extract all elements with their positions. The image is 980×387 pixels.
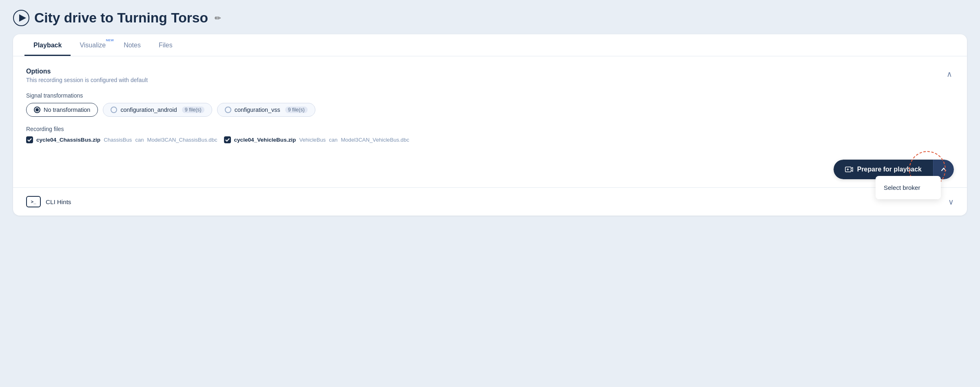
cli-icon: >_ [26, 196, 41, 207]
tab-notes[interactable]: Notes [115, 34, 150, 56]
options-text: Options This recording session is config… [26, 68, 148, 83]
vehicle-file-name: cycle04_VehicleBus.zip [234, 137, 296, 143]
radio-config-android[interactable]: configuration_android 9 file(s) [103, 103, 212, 117]
select-broker-dropdown: Select broker [876, 176, 941, 199]
chassis-file-name: cycle04_ChassisBus.zip [36, 137, 100, 143]
cli-label: CLI Hints [46, 198, 71, 205]
file-item-chassis: cycle04_ChassisBus.zip ChassisBus can Mo… [26, 136, 217, 143]
tabs-row: Playback Visualize NEW Notes Files [13, 34, 967, 56]
options-header: Options This recording session is config… [26, 68, 954, 83]
play-icon [13, 10, 29, 26]
config-vss-badge: 9 file(s) [285, 107, 308, 113]
options-title: Options [26, 68, 148, 75]
tab-visualize[interactable]: Visualize NEW [71, 34, 115, 56]
cli-title-row: >_ CLI Hints [26, 196, 71, 207]
prepare-icon [845, 165, 853, 173]
collapse-button[interactable]: ∧ [945, 68, 954, 80]
tab-playback[interactable]: Playback [24, 34, 71, 56]
svg-marker-1 [19, 14, 26, 22]
file-checkbox-chassis[interactable] [26, 136, 33, 143]
recording-files-label: Recording files [26, 126, 954, 132]
vehicle-protocol: can [329, 137, 337, 143]
radio-no-transformation[interactable]: No transformation [26, 103, 98, 117]
chassis-dbc: Model3CAN_ChassisBus.dbc [147, 137, 217, 143]
config-android-badge: 9 file(s) [182, 107, 204, 113]
vehicle-bus: VehicleBus [299, 137, 326, 143]
options-section: Options This recording session is config… [13, 56, 967, 153]
cli-expand-button[interactable]: ∨ [948, 197, 954, 207]
main-card: Playback Visualize NEW Notes Files Optio… [13, 34, 967, 216]
radio-dot-no-transformation [34, 107, 40, 113]
signal-transformations-options: No transformation configuration_android … [26, 103, 954, 117]
chassis-bus: ChassisBus [104, 137, 132, 143]
action-row: Prepare for playback Select broker [13, 153, 967, 187]
prepare-btn-wrapper: Prepare for playback Select broker [834, 160, 954, 179]
radio-config-vss[interactable]: configuration_vss 9 file(s) [217, 103, 315, 117]
page-title-row: City drive to Turning Torso ✏ [13, 10, 967, 26]
radio-dot-config-vss [225, 107, 231, 113]
select-broker-item[interactable]: Select broker [876, 180, 941, 195]
radio-dot-config-android [111, 107, 117, 113]
edit-icon[interactable]: ✏ [215, 13, 221, 23]
recording-files-list: cycle04_ChassisBus.zip ChassisBus can Mo… [26, 136, 954, 143]
arrow-up-icon [941, 167, 947, 172]
visualize-new-badge: NEW [106, 38, 114, 42]
signal-transformations-label: Signal transformations [26, 92, 954, 99]
options-subtitle: This recording session is configured wit… [26, 77, 148, 83]
tab-files[interactable]: Files [150, 34, 182, 56]
page-title: City drive to Turning Torso [34, 10, 208, 26]
chassis-protocol: can [135, 137, 144, 143]
file-item-vehicle: cycle04_VehicleBus.zip VehicleBus can Mo… [224, 136, 410, 143]
file-checkbox-vehicle[interactable] [224, 136, 231, 143]
vehicle-dbc: Model3CAN_VehicleBus.dbc [341, 137, 409, 143]
cli-section: >_ CLI Hints ∨ [13, 187, 967, 216]
